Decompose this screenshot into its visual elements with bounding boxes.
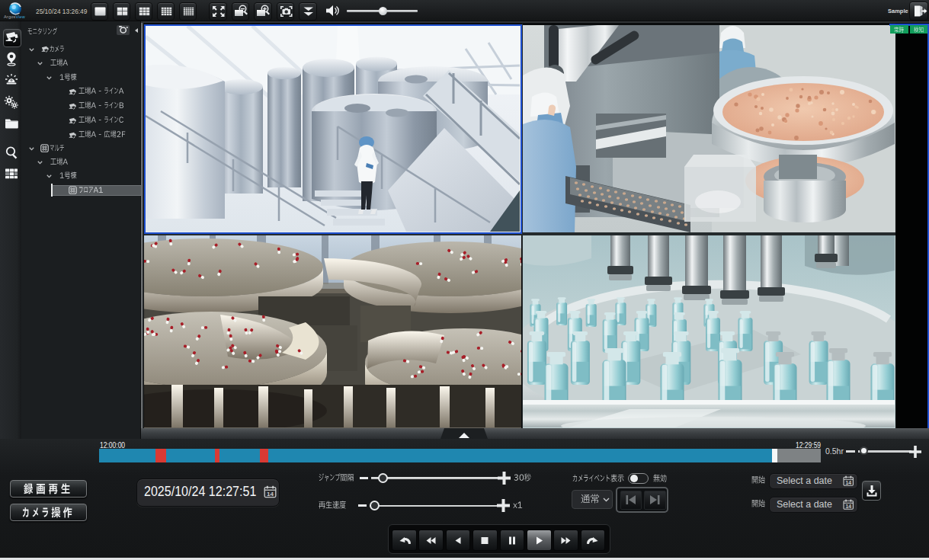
svg-text:14: 14 — [267, 491, 274, 498]
svg-text:14: 14 — [845, 503, 851, 508]
svg-text:14: 14 — [845, 479, 851, 485]
